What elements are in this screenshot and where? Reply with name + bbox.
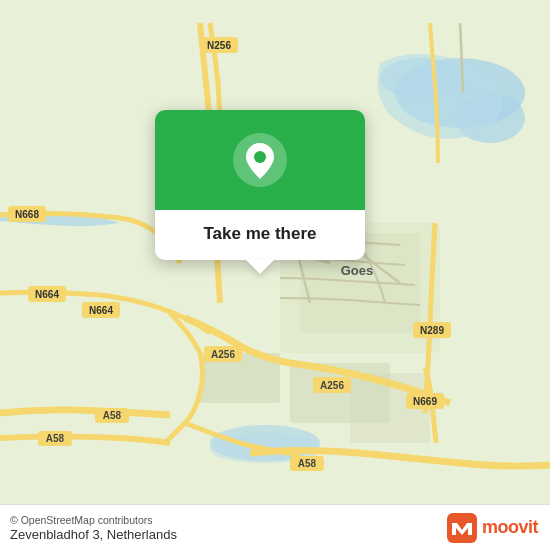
svg-point-35: [254, 151, 266, 163]
moovit-brand-text: moovit: [482, 517, 538, 538]
take-me-there-button[interactable]: Take me there: [183, 210, 336, 260]
svg-text:A256: A256: [211, 349, 235, 360]
svg-text:A58: A58: [46, 433, 65, 444]
svg-text:A58: A58: [103, 410, 122, 421]
svg-text:Goes: Goes: [341, 263, 374, 278]
location-pin-icon: [233, 133, 287, 187]
svg-rect-36: [447, 513, 477, 543]
moovit-icon: [447, 513, 477, 543]
address-label: Zevenbladhof 3, Netherlands: [10, 527, 177, 542]
attribution-text: © OpenStreetMap contributors: [10, 514, 177, 526]
map-background: N256 N668 N664 N664 A256 A256 A58 A58 A5…: [0, 0, 550, 550]
svg-text:N664: N664: [89, 305, 113, 316]
popup-header: [155, 110, 365, 210]
moovit-logo: moovit: [447, 513, 538, 543]
svg-text:N669: N669: [413, 396, 437, 407]
svg-text:A256: A256: [320, 380, 344, 391]
svg-text:N256: N256: [207, 40, 231, 51]
svg-text:N668: N668: [15, 209, 39, 220]
svg-text:N664: N664: [35, 289, 59, 300]
bottom-bar: © OpenStreetMap contributors Zevenbladho…: [0, 504, 550, 550]
svg-text:N289: N289: [420, 325, 444, 336]
svg-text:A58: A58: [298, 458, 317, 469]
popup-card[interactable]: Take me there: [155, 110, 365, 260]
map: N256 N668 N664 N664 A256 A256 A58 A58 A5…: [0, 0, 550, 550]
